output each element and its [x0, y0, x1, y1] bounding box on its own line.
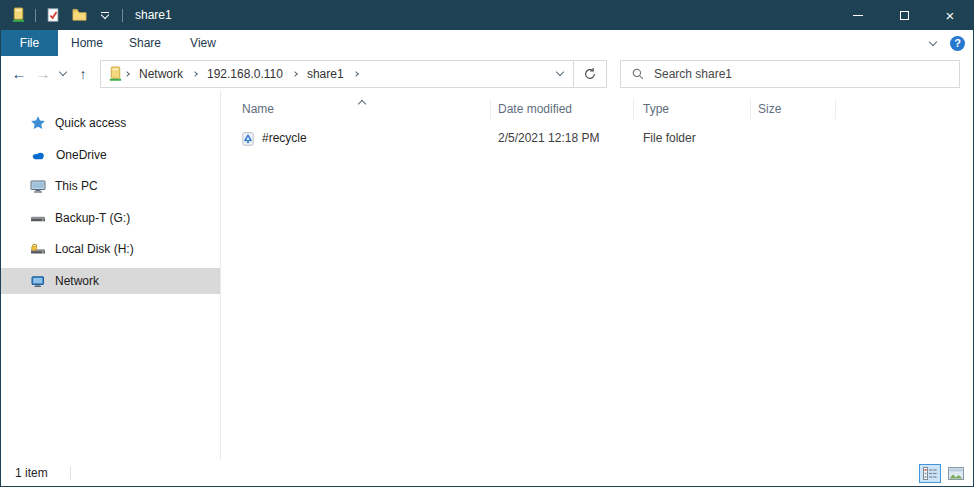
forward-button[interactable]: → — [31, 60, 55, 88]
drive-icon — [30, 210, 46, 226]
file-list-pane: Name Date modified Type Size #recycle — [221, 91, 973, 460]
column-divider[interactable] — [633, 99, 634, 119]
ribbon-collapse-chevron-icon[interactable] — [929, 37, 937, 45]
close-button[interactable]: × — [927, 0, 973, 30]
file-type: File folder — [643, 131, 696, 145]
breadcrumb-network[interactable]: Network — [131, 67, 191, 81]
breadcrumb-chevron-icon — [353, 71, 359, 77]
close-icon: × — [946, 8, 955, 23]
tab-view[interactable]: View — [174, 30, 232, 56]
properties-check-icon[interactable] — [44, 4, 62, 26]
up-arrow-icon: ↑ — [80, 66, 87, 82]
recycle-folder-icon — [240, 131, 256, 147]
network-drive-icon — [11, 7, 26, 23]
breadcrumb-host[interactable]: 192.168.0.110 — [199, 67, 291, 81]
titlebar-separator — [35, 9, 36, 22]
column-header-row: Name Date modified Type Size — [221, 97, 973, 121]
folder-icon[interactable] — [70, 4, 88, 26]
sidebar-item-label: Quick access — [55, 116, 126, 130]
sidebar-item-label: Network — [55, 274, 99, 288]
search-input[interactable] — [654, 67, 959, 81]
sidebar-item-label: OneDrive — [56, 148, 107, 162]
maximize-button[interactable] — [881, 0, 927, 30]
folder-icon — [72, 8, 87, 22]
sidebar-item-onedrive[interactable]: OneDrive — [1, 142, 220, 168]
address-bar: Network 192.168.0.110 share1 — [100, 60, 607, 88]
sidebar-item-label: Local Disk (H:) — [55, 242, 134, 256]
refresh-button[interactable] — [573, 61, 606, 87]
explorer-window: share1 × File Home Share View ? ← → ↑ — [0, 0, 974, 487]
qat-customize-chevron-icon[interactable] — [96, 4, 114, 26]
thumbnails-view-icon — [948, 467, 964, 480]
sidebar-item-local-disk[interactable]: Local Disk (H:) — [1, 236, 220, 262]
column-divider[interactable] — [490, 99, 491, 119]
file-row-recycle[interactable]: #recycle 2/5/2021 12:18 PM File folder — [221, 127, 835, 149]
status-divider — [70, 466, 71, 480]
sidebar-item-label: Backup-T (G:) — [55, 211, 130, 225]
up-button[interactable]: ↑ — [71, 60, 95, 88]
sidebar-item-label: This PC — [55, 179, 98, 193]
address-breadcrumb[interactable]: Network 192.168.0.110 share1 — [101, 61, 547, 87]
cloud-icon — [30, 147, 47, 163]
search-icon — [631, 67, 645, 81]
column-header-date-modified[interactable]: Date modified — [498, 102, 572, 116]
network-drive-icon[interactable] — [9, 4, 27, 26]
item-count: 1 item — [15, 466, 48, 480]
column-divider[interactable] — [835, 99, 836, 119]
content-area: Quick access OneDrive This PC — [1, 91, 973, 460]
breadcrumb-chevron-icon — [192, 71, 198, 77]
refresh-icon — [583, 67, 597, 81]
sidebar-item-network[interactable]: Network — [1, 268, 220, 294]
column-header-type[interactable]: Type — [643, 102, 669, 116]
network-drive-icon — [108, 66, 123, 82]
maximize-icon — [900, 11, 909, 20]
details-view-button[interactable] — [919, 464, 941, 483]
column-header-name[interactable]: Name — [242, 102, 274, 116]
forward-arrow-icon: → — [36, 65, 51, 82]
minimize-icon — [853, 15, 863, 16]
column-divider[interactable] — [750, 99, 751, 119]
sidebar-item-quick-access[interactable]: Quick access — [1, 110, 220, 136]
ribbon-tab-row: File Home Share View ? — [1, 30, 973, 56]
column-header-size[interactable]: Size — [758, 102, 781, 116]
star-icon — [30, 115, 46, 131]
file-date-modified: 2/5/2021 12:18 PM — [498, 131, 599, 145]
file-name: #recycle — [262, 131, 307, 145]
tab-share[interactable]: Share — [116, 30, 174, 56]
check-document-icon — [46, 7, 60, 23]
breadcrumb-chevron-icon — [124, 71, 130, 77]
titlebar-separator — [122, 9, 123, 22]
monitor-icon — [30, 178, 46, 194]
navigation-toolbar: ← → ↑ Network 192.168.0.110 share1 — [1, 56, 973, 91]
tab-home[interactable]: Home — [58, 30, 116, 56]
address-dropdown-button[interactable] — [547, 61, 573, 87]
titlebar: share1 × — [1, 0, 973, 30]
chevron-down-icon — [556, 68, 564, 76]
sort-ascending-caret-icon — [358, 100, 366, 108]
tab-file[interactable]: File — [1, 30, 58, 56]
sidebar-item-backup-t[interactable]: Backup-T (G:) — [1, 205, 220, 231]
search-box — [620, 60, 960, 88]
back-button[interactable]: ← — [7, 60, 31, 88]
help-button[interactable]: ? — [950, 36, 965, 51]
sidebar-item-this-pc[interactable]: This PC — [1, 173, 220, 199]
recent-locations-button[interactable] — [55, 60, 71, 88]
navigation-pane: Quick access OneDrive This PC — [1, 91, 221, 460]
chevron-down-icon — [59, 68, 67, 76]
status-bar: 1 item — [1, 460, 973, 486]
network-icon — [30, 273, 46, 289]
minimize-button[interactable] — [835, 0, 881, 30]
thumbnails-view-button[interactable] — [945, 464, 967, 483]
back-arrow-icon: ← — [12, 65, 27, 82]
details-view-icon — [923, 467, 937, 480]
drive-lock-icon — [30, 241, 46, 257]
breadcrumb-chevron-icon — [292, 71, 298, 77]
breadcrumb-share1[interactable]: share1 — [299, 67, 352, 81]
window-title: share1 — [135, 8, 172, 22]
